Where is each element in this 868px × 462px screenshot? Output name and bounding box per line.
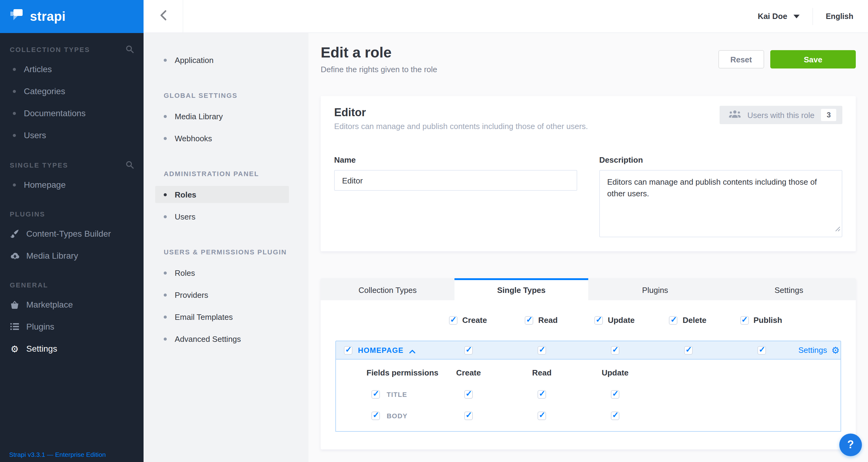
reset-button[interactable]: Reset xyxy=(718,50,764,68)
section-title-single-types: SINGLE TYPES xyxy=(10,161,68,169)
sidebar-section-collection-types: COLLECTION TYPES Articles Categories Doc… xyxy=(0,45,144,146)
user-name: Kai Doe xyxy=(758,11,787,21)
create-all-checkbox[interactable] xyxy=(449,316,458,324)
body-update-checkbox[interactable] xyxy=(611,411,619,420)
tab-settings[interactable]: Settings xyxy=(722,278,856,300)
settings-item-application[interactable]: Application xyxy=(155,51,289,68)
title-field-checkbox[interactable] xyxy=(371,390,380,399)
sidebar-item-plugins[interactable]: Plugins xyxy=(0,316,144,338)
tab-collection-types[interactable]: Collection Types xyxy=(321,278,455,300)
settings-item-advanced-settings[interactable]: Advanced Settings xyxy=(155,330,289,347)
settings-section-admin-panel: ADMINISTRATION PANEL xyxy=(164,170,289,177)
publish-all-checkbox[interactable] xyxy=(740,316,749,324)
settings-item-label: Providers xyxy=(175,290,208,299)
users-badge-label: Users with this role xyxy=(747,110,814,120)
field-name: TITLE xyxy=(387,391,407,398)
body-create-checkbox[interactable] xyxy=(464,411,473,420)
strapi-logo[interactable]: strapi xyxy=(0,0,144,33)
sidebar-item-documentations[interactable]: Documentations xyxy=(0,102,144,124)
col-update: Update xyxy=(602,368,628,377)
bullet-icon xyxy=(13,112,16,115)
col-read: Read xyxy=(532,368,552,377)
role-card: Editor Editors can manage and publish co… xyxy=(321,96,856,251)
sidebar-item-categories[interactable]: Categories xyxy=(0,80,144,102)
permissions-tabs: Collection Types Single Types Plugins Se… xyxy=(321,278,856,300)
homepage-delete-checkbox[interactable] xyxy=(684,346,693,354)
search-icon[interactable] xyxy=(126,161,134,169)
section-title-general: GENERAL xyxy=(10,281,48,289)
homepage-checkbox[interactable] xyxy=(344,346,352,354)
back-button[interactable] xyxy=(144,0,183,32)
create-label: Create xyxy=(462,316,487,325)
settings-item-label: Media Library xyxy=(175,112,223,121)
delete-all-checkbox[interactable] xyxy=(669,316,678,324)
sidebar-item-marketplace[interactable]: Marketplace xyxy=(0,293,144,316)
sidebar-item-homepage[interactable]: Homepage xyxy=(0,174,144,196)
bullet-icon xyxy=(13,67,16,70)
chevron-down-icon xyxy=(794,15,800,18)
bullet-icon xyxy=(13,183,16,186)
sidebar-item-content-types-builder[interactable]: Content-Types Builder xyxy=(0,223,144,244)
sidebar-item-label: Documentations xyxy=(24,108,86,118)
sidebar-item-label: Users xyxy=(24,130,46,140)
title-update-checkbox[interactable] xyxy=(611,390,619,399)
bullet-icon xyxy=(13,90,16,93)
tab-plugins[interactable]: Plugins xyxy=(588,278,722,300)
settings-item-admin-users[interactable]: Users xyxy=(155,208,289,225)
brand-name: strapi xyxy=(30,9,66,24)
title-create-checkbox[interactable] xyxy=(464,390,473,399)
user-menu[interactable]: Kai Doe xyxy=(758,11,800,21)
sidebar-item-label: Homepage xyxy=(24,180,66,190)
sidebar-item-label: Settings xyxy=(26,344,57,353)
save-button[interactable]: Save xyxy=(770,50,856,68)
users-with-role-badge[interactable]: Users with this role 3 xyxy=(719,106,842,124)
page-subtitle: Define the rights given to the role xyxy=(321,65,437,74)
homepage-read-checkbox[interactable] xyxy=(537,346,546,354)
sidebar-item-settings[interactable]: ⚙ Settings xyxy=(0,338,144,359)
language-selector[interactable]: English xyxy=(826,12,853,21)
sidebar-section-general: GENERAL Marketplace Plugins ⚙ Settin xyxy=(0,281,144,359)
update-all-checkbox[interactable] xyxy=(594,316,603,324)
field-name: BODY xyxy=(387,412,407,420)
body-field-checkbox[interactable] xyxy=(371,411,380,420)
update-label: Update xyxy=(608,316,635,325)
title-read-checkbox[interactable] xyxy=(537,390,546,399)
topbar: Kai Doe English xyxy=(144,0,868,33)
search-icon[interactable] xyxy=(126,45,134,53)
name-field[interactable] xyxy=(334,170,577,191)
settings-item-providers[interactable]: Providers xyxy=(155,286,289,303)
homepage-settings-link[interactable]: Settings ⚙ xyxy=(798,346,847,355)
chevron-up-icon[interactable] xyxy=(409,345,415,355)
help-button[interactable]: ? xyxy=(839,434,862,456)
bullet-icon xyxy=(164,271,167,274)
strapi-admin-app: strapi COLLECTION TYPES Articles Categor… xyxy=(0,0,868,462)
description-field[interactable]: Editors can manage and publish contents … xyxy=(599,170,842,237)
description-label: Description xyxy=(599,155,842,165)
tab-single-types[interactable]: Single Types xyxy=(455,278,588,300)
brush-icon xyxy=(10,229,20,238)
sidebar-item-label: Articles xyxy=(24,64,52,74)
settings-item-media-library[interactable]: Media Library xyxy=(155,108,289,125)
homepage-publish-checkbox[interactable] xyxy=(757,346,766,354)
sidebar-item-media-library[interactable]: Media Library xyxy=(0,244,144,267)
sidebar-item-articles[interactable]: Articles xyxy=(0,58,144,80)
homepage-link[interactable]: HOMEPAGE xyxy=(358,346,403,354)
version-link[interactable]: Strapi v3.3.1 — Enterprise Edition xyxy=(0,451,144,462)
settings-item-email-templates[interactable]: Email Templates xyxy=(155,308,289,325)
main-column: Kai Doe English Application GLOBAL SETTI… xyxy=(144,0,868,462)
global-actions-row: Create Read Update Delete xyxy=(335,316,841,325)
settings-item-up-roles[interactable]: Roles xyxy=(155,264,289,281)
body-read-checkbox[interactable] xyxy=(537,411,546,420)
settings-section-users-permissions: USERS & PERMISSIONS PLUGIN xyxy=(164,248,289,256)
homepage-create-checkbox[interactable] xyxy=(464,346,473,354)
homepage-update-checkbox[interactable] xyxy=(611,346,619,354)
settings-item-label: Advanced Settings xyxy=(175,334,241,343)
settings-item-webhooks[interactable]: Webhooks xyxy=(155,129,289,147)
publish-label: Publish xyxy=(753,316,782,325)
sidebar-item-label: Marketplace xyxy=(26,300,73,310)
strapi-logo-icon xyxy=(8,7,25,26)
cloud-upload-icon xyxy=(10,252,20,259)
settings-item-roles[interactable]: Roles xyxy=(155,186,289,203)
sidebar-item-users[interactable]: Users xyxy=(0,124,144,146)
read-all-checkbox[interactable] xyxy=(525,316,533,324)
